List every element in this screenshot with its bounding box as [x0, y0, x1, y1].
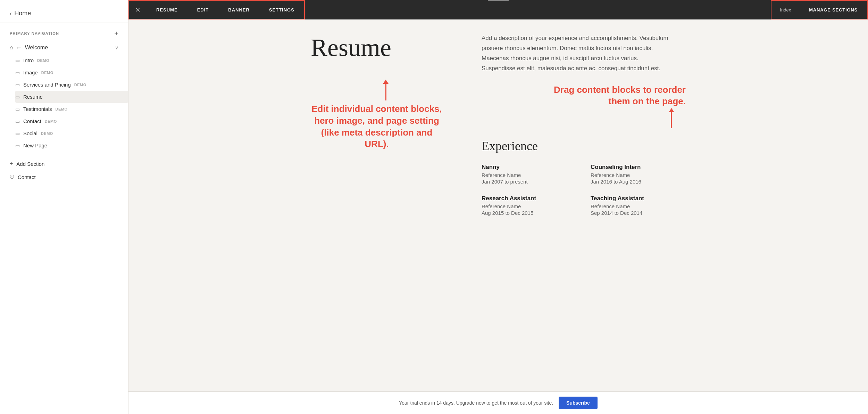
nav-section: ⌂ ▭ Welcome ∨ ▭ Intro DEMO ▭ Image DEMO — [0, 41, 128, 154]
home-icon: ⌂ — [10, 44, 13, 51]
index-button[interactable]: Index — [771, 1, 799, 19]
trial-text: Your trial ends in 14 days. Upgrade now … — [399, 400, 553, 406]
demo-badge: DEMO — [41, 71, 53, 75]
exp-date: Aug 2015 to Dec 2015 — [482, 210, 577, 216]
description-text: Add a description of your experience and… — [482, 33, 673, 74]
exp-date: Jan 2016 to Aug 2016 — [591, 179, 686, 185]
page-icon: ▭ — [15, 143, 20, 148]
exp-item-nanny: Nanny Reference Name Jan 2007 to present — [482, 164, 577, 185]
sidebar-contact-link[interactable]: ⚇ Contact — [10, 170, 118, 184]
exp-item-teaching: Teaching Assistant Reference Name Sep 20… — [591, 195, 686, 216]
right-annotation: Drag content blocks to reorder them on t… — [482, 84, 686, 129]
sidebar-item-testimonials[interactable]: ▭ Testimonials DEMO — [15, 103, 128, 115]
edit-tab[interactable]: EDIT — [187, 1, 219, 19]
sidebar-item-contact[interactable]: ▭ Contact DEMO — [15, 115, 128, 127]
left-annotation-text: Edit individual content blocks, hero ima… — [311, 103, 443, 150]
left-annotation: Edit individual content blocks, hero ima… — [311, 83, 461, 150]
welcome-nav-item[interactable]: ⌂ ▭ Welcome ∨ — [0, 41, 128, 54]
primary-nav-label: PRIMARY NAVIGATION — [10, 31, 59, 35]
page-icon: ▭ — [15, 58, 20, 63]
item-label: New Page — [23, 143, 47, 148]
exp-date: Jan 2007 to present — [482, 179, 577, 185]
exp-title: Research Assistant — [482, 195, 577, 202]
manage-sections-button[interactable]: MANAGE SECTIONS — [799, 1, 867, 19]
banner-tab[interactable]: BANNER — [218, 1, 259, 19]
exp-ref: Reference Name — [591, 172, 686, 178]
exp-ref: Reference Name — [482, 203, 577, 209]
main-content: Resume EDIT BANNER SETTINGS Index MANAGE… — [128, 0, 868, 414]
resume-title: Resume — [311, 33, 461, 62]
welcome-label: Welcome — [25, 44, 48, 51]
item-label: Intro — [23, 57, 34, 63]
item-label: Image — [23, 70, 38, 75]
sidebar-header: ‹ Home — [0, 0, 128, 23]
exp-ref: Reference Name — [482, 172, 577, 178]
back-chevron-icon: ‹ — [10, 10, 11, 17]
page-icon: ▭ — [15, 82, 20, 88]
contact-label: Contact — [18, 174, 36, 180]
exp-title: Counseling Intern — [591, 164, 686, 171]
minimize-button[interactable] — [129, 1, 147, 19]
demo-badge: DEMO — [74, 83, 86, 87]
page-icon: ▭ — [15, 131, 20, 136]
subscribe-button[interactable]: Subscribe — [559, 397, 598, 409]
exp-item-research: Research Assistant Reference Name Aug 20… — [482, 195, 577, 216]
item-label: Resume — [23, 94, 43, 100]
nav-sub-items: ▭ Intro DEMO ▭ Image DEMO ▭ Services and… — [0, 54, 128, 152]
exp-ref: Reference Name — [591, 203, 686, 209]
sidebar-item-new-page[interactable]: ▭ New Page — [15, 139, 128, 152]
sidebar-item-resume[interactable]: ▭ Resume — [15, 91, 128, 103]
right-annotation-text: Drag content blocks to reorder them on t… — [547, 84, 686, 108]
page-icon: ▭ — [15, 70, 20, 75]
experience-heading: Experience — [482, 139, 686, 153]
home-link[interactable]: ‹ Home — [10, 10, 118, 17]
page-icon: ▭ — [17, 44, 22, 51]
sidebar: ‹ Home PRIMARY NAVIGATION + ⌂ ▭ Welcome … — [0, 0, 128, 414]
right-arrow-icon — [671, 111, 672, 128]
right-content: Add a description of your experience and… — [482, 33, 686, 216]
top-bar-right: Index MANAGE SECTIONS — [771, 0, 868, 19]
item-label: Testimonials — [23, 106, 52, 112]
top-bar-left: Resume EDIT BANNER SETTINGS — [128, 0, 305, 19]
demo-badge: DEMO — [45, 119, 57, 123]
sidebar-item-social[interactable]: ▭ Social DEMO — [15, 127, 128, 139]
bottom-bar: Your trial ends in 14 days. Upgrade now … — [128, 391, 868, 414]
item-label: Social — [23, 130, 37, 136]
top-line-decoration — [488, 0, 509, 1]
demo-badge: DEMO — [56, 107, 68, 111]
annotation-arrow — [311, 83, 461, 100]
resume-title-area: Resume Edit individual content blocks, h… — [311, 33, 461, 216]
item-label: Contact — [23, 118, 41, 124]
settings-tab[interactable]: SETTINGS — [259, 1, 304, 19]
demo-badge: DEMO — [37, 58, 49, 63]
add-nav-button[interactable]: + — [114, 30, 118, 37]
page-icon: ▭ — [15, 94, 20, 100]
exp-date: Sep 2014 to Dec 2014 — [591, 210, 686, 216]
sidebar-item-services[interactable]: ▭ Services and Pricing DEMO — [15, 79, 128, 91]
page-inner: Resume Edit individual content blocks, h… — [290, 19, 707, 230]
experience-grid: Nanny Reference Name Jan 2007 to present… — [482, 164, 686, 216]
exp-item-counseling: Counseling Intern Reference Name Jan 201… — [591, 164, 686, 185]
sidebar-item-intro[interactable]: ▭ Intro DEMO — [15, 54, 128, 66]
add-section-button[interactable]: + Add Section — [10, 157, 118, 170]
exp-title: Teaching Assistant — [591, 195, 686, 202]
link-icon: ⚇ — [10, 174, 14, 180]
page-icon: ▭ — [15, 119, 20, 124]
resume-tab[interactable]: Resume — [147, 1, 187, 19]
sidebar-item-image[interactable]: ▭ Image DEMO — [15, 66, 128, 79]
plus-icon: + — [10, 161, 13, 167]
primary-nav-header: PRIMARY NAVIGATION + — [0, 23, 128, 41]
add-section-label: Add Section — [16, 161, 44, 167]
chevron-down-icon: ∨ — [115, 45, 118, 50]
demo-badge: DEMO — [41, 131, 53, 136]
page-icon: ▭ — [15, 106, 20, 112]
item-label: Services and Pricing — [23, 82, 71, 88]
page-area: Resume Edit individual content blocks, h… — [128, 19, 868, 391]
exp-title: Nanny — [482, 164, 577, 171]
top-bar: Resume EDIT BANNER SETTINGS Index MANAGE… — [128, 0, 868, 19]
home-label: Home — [14, 10, 31, 17]
nav-bottom-items: + Add Section ⚇ Contact — [0, 154, 128, 186]
